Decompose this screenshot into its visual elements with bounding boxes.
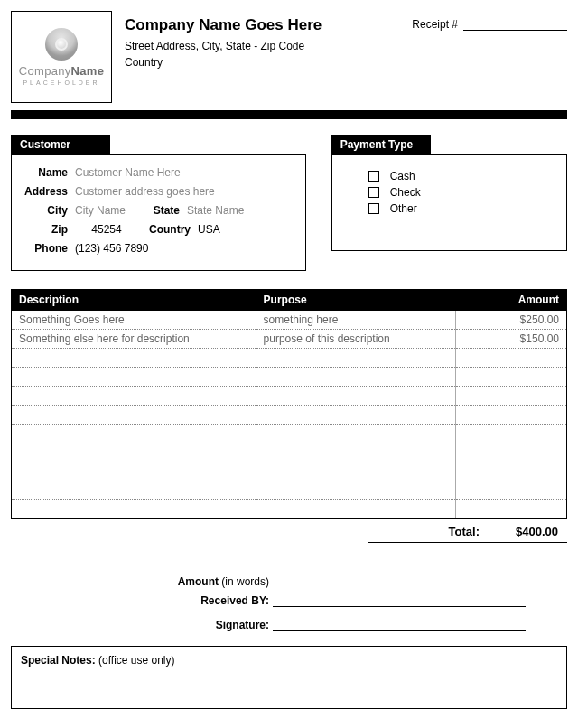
company-address: Street Address, City, State - Zip Code	[125, 38, 399, 54]
customer-country: USA	[198, 221, 220, 238]
customer-phone: (123) 456 7890	[75, 240, 148, 257]
total-label: Total:	[449, 525, 480, 538]
cell-amount: $250.00	[455, 311, 566, 330]
company-country: Country	[125, 54, 399, 70]
col-purpose: Purpose	[256, 290, 455, 311]
customer-zip: 45254	[75, 221, 138, 238]
payment-option-cash[interactable]: Cash	[368, 170, 552, 182]
total-value: $400.00	[516, 525, 558, 538]
special-notes-box[interactable]: Special Notes: (office use only)	[11, 646, 567, 709]
cell-purpose	[256, 481, 455, 500]
logo-text-line1: CompanyName	[19, 64, 104, 78]
cell-amount	[455, 406, 566, 425]
col-description: Description	[12, 290, 256, 311]
table-row: Something Goes heresomething here$250.00	[12, 311, 567, 330]
cell-amount	[455, 500, 566, 519]
label-phone: Phone	[23, 240, 68, 257]
received-by-label: Received BY:	[11, 594, 273, 607]
col-amount: Amount	[455, 290, 566, 311]
label-city: City	[23, 202, 68, 219]
checkbox-icon[interactable]	[368, 171, 379, 182]
amount-in-words-label: Amount (in words)	[11, 575, 273, 588]
table-row	[12, 406, 567, 425]
cell-description	[12, 481, 256, 500]
payment-panel-title: Payment Type	[331, 135, 431, 154]
receipt-number-field[interactable]	[463, 18, 567, 31]
cell-purpose: something here	[256, 311, 455, 330]
table-row: Something else here for descriptionpurpo…	[12, 330, 567, 349]
cell-amount	[455, 425, 566, 443]
customer-panel-title: Customer	[11, 135, 110, 154]
cell-purpose	[256, 368, 455, 387]
company-name: Company Name Goes Here	[125, 16, 399, 34]
cell-description	[12, 425, 256, 443]
table-row	[12, 443, 567, 462]
receipt-number-block: Receipt #	[412, 11, 567, 31]
cell-amount	[455, 462, 566, 481]
cell-amount	[455, 368, 566, 387]
payment-panel: Payment Type Cash Check Other	[331, 135, 567, 251]
logo-icon	[45, 28, 78, 61]
cell-description: Something Goes here	[12, 311, 256, 330]
table-row	[12, 425, 567, 443]
signature-label: Signature:	[11, 619, 273, 631]
cell-description	[12, 462, 256, 481]
cell-description	[12, 368, 256, 387]
total-row: Total: $400.00	[11, 521, 567, 543]
receipt-label: Receipt #	[412, 18, 458, 31]
customer-address: Customer address goes here	[75, 183, 215, 200]
table-row	[12, 368, 567, 387]
cell-description: Something else here for description	[12, 330, 256, 349]
signature-block: Amount (in words) Received BY: Signature…	[11, 575, 567, 631]
cell-description	[12, 443, 256, 462]
cell-purpose	[256, 349, 455, 368]
cell-description	[12, 349, 256, 368]
cell-description	[12, 500, 256, 519]
checkbox-icon[interactable]	[368, 203, 379, 214]
cell-amount: $150.00	[455, 330, 566, 349]
logo-placeholder: CompanyName PLACEHOLDER	[11, 11, 112, 103]
cell-description	[12, 406, 256, 425]
label-address: Address	[23, 183, 68, 200]
divider-bar	[11, 110, 567, 119]
label-name: Name	[23, 164, 68, 181]
cell-amount	[455, 349, 566, 368]
table-row	[12, 481, 567, 500]
cell-purpose	[256, 462, 455, 481]
customer-city: City Name	[75, 202, 138, 219]
cell-purpose	[256, 443, 455, 462]
header: CompanyName PLACEHOLDER Company Name Goe…	[11, 11, 567, 103]
cell-purpose	[256, 500, 455, 519]
cell-amount	[455, 387, 566, 406]
cell-purpose	[256, 387, 455, 406]
cell-amount	[455, 443, 566, 462]
customer-name: Customer Name Here	[75, 164, 181, 181]
table-row	[12, 349, 567, 368]
checkbox-icon[interactable]	[368, 187, 379, 198]
table-row	[12, 500, 567, 519]
table-row	[12, 387, 567, 406]
payment-option-check[interactable]: Check	[368, 186, 552, 199]
cell-purpose: purpose of this description	[256, 330, 455, 349]
special-notes-label: Special Notes: (office use only)	[21, 654, 175, 667]
items-table: Description Purpose Amount Something Goe…	[11, 289, 567, 519]
signature-field[interactable]	[273, 618, 526, 631]
cell-amount	[455, 481, 566, 500]
cell-description	[12, 387, 256, 406]
cell-purpose	[256, 425, 455, 443]
label-zip: Zip	[23, 221, 68, 238]
received-by-field[interactable]	[273, 593, 526, 607]
company-info: Company Name Goes Here Street Address, C…	[125, 11, 399, 70]
cell-purpose	[256, 406, 455, 425]
customer-state: State Name	[187, 202, 244, 219]
table-row	[12, 462, 567, 481]
label-country: Country	[145, 221, 191, 238]
label-state: State	[145, 202, 180, 219]
customer-panel: Customer NameCustomer Name Here AddressC…	[11, 135, 306, 271]
payment-option-other[interactable]: Other	[368, 202, 552, 215]
logo-text-line2: PLACEHOLDER	[23, 79, 99, 86]
